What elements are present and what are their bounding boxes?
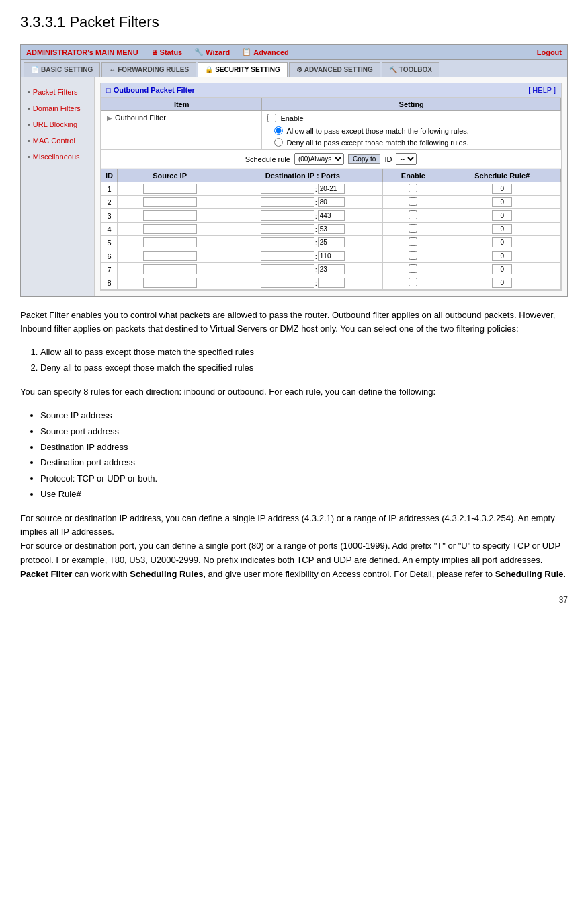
- table-row: 1:: [101, 182, 561, 196]
- description-para1: Packet Filter enables you to control wha…: [20, 309, 568, 335]
- enable-check-1[interactable]: [409, 184, 417, 192]
- table-row: 6:: [101, 249, 561, 263]
- sidebar-item-packet-filters[interactable]: Packet Filters: [21, 84, 94, 100]
- row-id-1: 1: [101, 182, 118, 196]
- sidebar-item-domain-filters[interactable]: Domain Filters: [21, 100, 94, 116]
- tab-basic-setting[interactable]: 📄 BASIC SETTING: [24, 62, 100, 77]
- enable-check-7[interactable]: [409, 264, 417, 273]
- arrow-icon: ▶: [107, 114, 112, 122]
- wizard-menu[interactable]: 🔧 Wizard: [194, 48, 230, 56]
- sched-input-8[interactable]: [492, 278, 512, 288]
- panel-icon: □: [106, 86, 111, 94]
- allow-radio[interactable]: [274, 126, 283, 135]
- sched-cell-3: [444, 209, 561, 223]
- src-ip-input-1[interactable]: [143, 184, 197, 194]
- enable-label: Enable: [280, 114, 303, 122]
- outbound-setting-cell: Enable Allow all to pass except those ma…: [262, 111, 561, 150]
- feature-1: Source IP address: [40, 408, 568, 423]
- src-ip-input-2[interactable]: [143, 197, 197, 207]
- outbound-filter-label: Outbound Filter: [115, 114, 166, 122]
- th-dest-ip: Destination IP : Ports: [222, 169, 383, 182]
- src-ip-input-5[interactable]: [143, 237, 197, 247]
- sched-input-1[interactable]: [492, 184, 512, 194]
- src-ip-input-7[interactable]: [143, 264, 197, 274]
- src-ip-input-3[interactable]: [143, 210, 197, 221]
- enable-check-2[interactable]: [409, 197, 417, 206]
- sched-input-4[interactable]: [492, 224, 512, 234]
- enable-checkbox[interactable]: [267, 114, 276, 122]
- table-row: 8:: [101, 276, 561, 290]
- brand-label[interactable]: ADMINISTRATOR's MAIN MENU: [26, 48, 138, 56]
- status-icon: 🖥: [151, 48, 158, 56]
- tab-toolbox[interactable]: 🔨 TOOLBOX: [382, 62, 439, 77]
- sched-input-2[interactable]: [492, 197, 512, 207]
- tab-advanced-setting[interactable]: ⚙ ADVANCED SETTING: [289, 62, 380, 77]
- sched-cell-2: [444, 196, 561, 209]
- advanced-menu[interactable]: 📋 Advanced: [242, 48, 289, 56]
- port-input-8[interactable]: [318, 278, 345, 288]
- feature-4: Destination port address: [40, 455, 568, 470]
- src-ip-input-4[interactable]: [143, 224, 197, 234]
- status-menu[interactable]: 🖥 Status: [151, 48, 183, 56]
- th-id: ID: [101, 169, 118, 182]
- deny-radio[interactable]: [274, 138, 283, 147]
- enable-check-6[interactable]: [409, 251, 417, 260]
- dest-ip-input-5[interactable]: [261, 237, 314, 247]
- port-input-1[interactable]: [318, 184, 345, 194]
- tab-security-setting[interactable]: 🔒 SECURITY SETTING: [198, 62, 288, 77]
- schedule-select[interactable]: (00)Always: [294, 153, 344, 165]
- src-ip-cell-5: [118, 236, 222, 249]
- dest-ip-cell-3: :: [222, 209, 383, 223]
- adv-icon: ⚙: [296, 66, 302, 73]
- dest-ip-input-7[interactable]: [261, 264, 314, 274]
- dest-ip-input-3[interactable]: [261, 210, 314, 221]
- col-item: Item: [101, 98, 262, 111]
- allow-option: Allow all to pass except those match the…: [286, 127, 468, 135]
- port-input-2[interactable]: [318, 197, 345, 207]
- logout-menu[interactable]: Logout: [537, 48, 562, 56]
- main-content: □ Outbound Packet Filter [ HELP ] Item S…: [95, 77, 567, 296]
- dest-ip-input-1[interactable]: [261, 184, 314, 194]
- port-input-4[interactable]: [318, 224, 345, 234]
- enable-check-4[interactable]: [409, 224, 417, 233]
- sidebar-item-miscellaneous[interactable]: Miscellaneous: [21, 149, 94, 165]
- port-input-3[interactable]: [318, 210, 345, 221]
- toolbox-icon: 🔨: [389, 66, 397, 73]
- enable-check-8[interactable]: [409, 278, 417, 286]
- feature-2: Source port address: [40, 424, 568, 439]
- enable-cell-5: [383, 236, 444, 249]
- main-menu: ADMINISTRATOR's MAIN MENU 🖥 Status 🔧 Wiz…: [21, 45, 567, 60]
- dest-ip-input-4[interactable]: [261, 224, 314, 234]
- enable-check-3[interactable]: [409, 210, 417, 219]
- dest-ip-input-8[interactable]: [261, 278, 314, 288]
- help-link[interactable]: [ HELP ]: [528, 86, 556, 94]
- port-input-5[interactable]: [318, 237, 345, 247]
- sched-input-6[interactable]: [492, 251, 512, 261]
- row-id-7: 7: [101, 263, 118, 276]
- sidebar-item-url-blocking[interactable]: URL Blocking: [21, 116, 94, 132]
- src-ip-input-8[interactable]: [143, 278, 197, 288]
- sched-input-7[interactable]: [492, 264, 512, 274]
- dest-ip-cell-8: :: [222, 276, 383, 290]
- tab-bar: 📄 BASIC SETTING ↔ FORWARDING RULES 🔒 SEC…: [21, 60, 567, 77]
- copy-to-button[interactable]: Copy to: [348, 154, 380, 164]
- src-ip-input-6[interactable]: [143, 251, 197, 261]
- features-list: Source IP address Source port address De…: [40, 408, 568, 502]
- port-input-7[interactable]: [318, 264, 345, 274]
- port-input-6[interactable]: [318, 251, 345, 261]
- policy-item-2: Deny all to pass except those match the …: [40, 360, 568, 375]
- sched-input-5[interactable]: [492, 237, 512, 247]
- dest-ip-input-2[interactable]: [261, 197, 314, 207]
- th-sched-rule: Schedule Rule#: [444, 169, 561, 182]
- policy-item-1: Allow all to pass except those match the…: [40, 344, 568, 360]
- bold-scheduling-rules: Scheduling Rules: [130, 569, 203, 579]
- id-select[interactable]: --: [396, 153, 417, 165]
- page-number: 37: [20, 595, 568, 605]
- sched-cell-1: [444, 182, 561, 196]
- sched-input-3[interactable]: [492, 210, 512, 221]
- panel-title: □ Outbound Packet Filter: [106, 86, 195, 94]
- sidebar-item-mac-control[interactable]: MAC Control: [21, 132, 94, 149]
- tab-forwarding-rules[interactable]: ↔ FORWARDING RULES: [101, 62, 196, 77]
- enable-check-5[interactable]: [409, 237, 417, 246]
- dest-ip-input-6[interactable]: [261, 251, 314, 261]
